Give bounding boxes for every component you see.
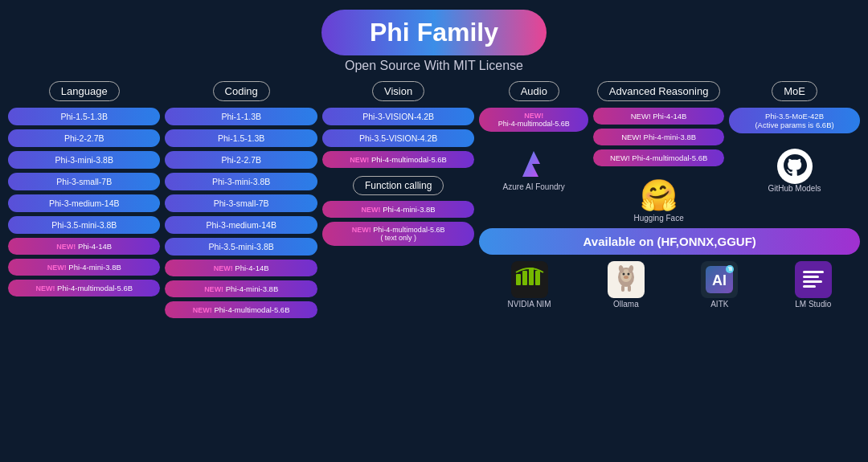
bottom-platforms: NVIDIA NIM: [479, 261, 860, 309]
adv-reasoning-header: Advanced Reasoning: [597, 81, 721, 101]
svg-marker-0: [522, 151, 540, 177]
github-models-label: GitHub Models: [768, 184, 821, 193]
columns-container: Language Phi-1.5-1.3B Phi-2-2.7B Phi-3-m…: [8, 81, 860, 456]
ollama-label: Ollama: [613, 300, 639, 309]
nvidia-nim-icon: [511, 261, 548, 298]
available-banner: Available on (HF,ONNX,GGUF): [479, 228, 860, 255]
vision-header: Vision: [372, 81, 424, 101]
list-item: NEW!Phi-4-multimodal-5.6B: [479, 108, 588, 132]
list-item: NEW! Phi-4-mini-3.8B: [593, 129, 724, 145]
nvidia-nim-label: NVIDIA NIM: [508, 300, 551, 309]
list-item: Phi-2-2.7B: [165, 151, 317, 169]
coding-column: Coding Phi-1-1.3B Phi-1.5-1.3B Phi-2-2.7…: [165, 81, 317, 322]
list-item: Phi-3.5-mini-3.8B: [8, 216, 160, 234]
page-title: Phi Family: [321, 10, 547, 55]
svg-point-11: [624, 276, 628, 279]
list-item: NEW! Phi-4-mini-3.8B: [165, 280, 317, 297]
list-item: Phi-3.5-VISION-4.2B: [322, 129, 474, 147]
aitk-icon: AI: [701, 261, 738, 298]
lmstudio-icon: [795, 261, 832, 298]
list-item: Phi-3-VISION-4.2B: [322, 108, 474, 125]
aitk-label: AITK: [710, 300, 728, 309]
list-item: NEW! Phi-4-multimodal-5.6B: [322, 151, 474, 168]
list-item: NEW! Phi-4-multimodal-5.6B: [8, 280, 160, 296]
ollama-icon: [608, 261, 645, 298]
nvidia-nim-item: NVIDIA NIM: [508, 261, 551, 309]
list-item: NEW! Phi-4-14B: [8, 238, 160, 255]
list-item: Phi-3-small-7B: [8, 173, 160, 190]
svg-rect-4: [529, 268, 534, 285]
audio-header: Audio: [509, 81, 559, 101]
list-item: Phi-3-mini-3.8B: [165, 173, 317, 190]
svg-rect-3: [522, 271, 527, 285]
svg-rect-20: [795, 261, 832, 298]
vision-column: Vision Phi-3-VISION-4.2B Phi-3.5-VISION-…: [322, 81, 474, 250]
right-top: Audio NEW!Phi-4-multimodal-5.6B: [479, 81, 860, 223]
list-item: NEW! Phi-4-mini-3.8B: [322, 201, 474, 218]
list-item: Phi-3.5-MoE-42B(Active params is 6.6B): [729, 108, 860, 133]
subtitle: Open Source With MIT License: [345, 59, 523, 73]
list-item: NEW! Phi-4-multimodal-5.6B: [165, 301, 317, 318]
list-item: NEW! Phi-4-multimodal-5.6B: [593, 149, 724, 166]
list-item: Phi-1.5-1.3B: [8, 108, 160, 125]
list-item: Phi-3-medium-14B: [8, 194, 160, 212]
main-page: Phi Family Open Source With MIT License …: [0, 0, 868, 462]
svg-rect-12: [621, 285, 624, 292]
azure-foundry-icon: [515, 145, 552, 182]
github-icon: [777, 149, 813, 184]
ollama-item: Ollama: [608, 261, 645, 309]
audio-column: Audio NEW!Phi-4-multimodal-5.6B: [479, 81, 588, 191]
hugging-face-label: Hugging Face: [633, 214, 683, 223]
svg-rect-24: [803, 285, 816, 288]
list-item: Phi-1-1.3B: [165, 108, 317, 125]
lmstudio-label: LM Studio: [795, 300, 831, 309]
right-section: Audio NEW!Phi-4-multimodal-5.6B: [479, 81, 860, 309]
list-item: NEW! Phi-4-mini-3.8B: [8, 259, 160, 276]
moe-column: MoE Phi-3.5-MoE-42B(Active params is 6.6…: [729, 81, 860, 193]
list-item: Phi-1.5-1.3B: [165, 129, 317, 147]
coding-header: Coding: [213, 81, 270, 101]
list-item: Phi-2-2.7B: [8, 129, 160, 147]
lmstudio-item: LM Studio: [795, 261, 832, 309]
svg-rect-5: [535, 271, 540, 285]
svg-rect-2: [516, 274, 521, 285]
advanced-reasoning-column: Advanced Reasoning NEW! Phi-4-14B NEW! P…: [593, 81, 724, 223]
function-calling-header: Function calling: [353, 176, 444, 195]
svg-rect-21: [803, 271, 824, 273]
list-item: Phi-3.5-mini-3.8B: [165, 238, 317, 256]
list-item: NEW! Phi-4-14B: [165, 260, 317, 276]
list-item: Phi-3-medium-14B: [165, 216, 317, 234]
moe-header: MoE: [772, 81, 817, 101]
svg-point-10: [627, 273, 629, 276]
list-item: NEW! Phi-4-14B: [593, 108, 724, 125]
svg-rect-22: [803, 276, 819, 278]
svg-rect-13: [628, 285, 631, 292]
svg-point-9: [622, 273, 624, 276]
azure-foundry-label: Azure AI Foundry: [503, 182, 565, 191]
svg-text:AI: AI: [712, 272, 727, 288]
list-item: NEW! Phi-4-multimodal-5.6B( text only ): [322, 222, 474, 246]
language-column: Language Phi-1.5-1.3B Phi-2-2.7B Phi-3-m…: [8, 81, 160, 301]
svg-rect-23: [803, 280, 822, 283]
aitk-item: AI AITK: [701, 261, 738, 309]
list-item: Phi-3-small-7B: [165, 194, 317, 212]
language-header: Language: [49, 81, 120, 101]
hugging-face-icon: 🤗: [641, 177, 678, 214]
list-item: Phi-3-mini-3.8B: [8, 151, 160, 169]
